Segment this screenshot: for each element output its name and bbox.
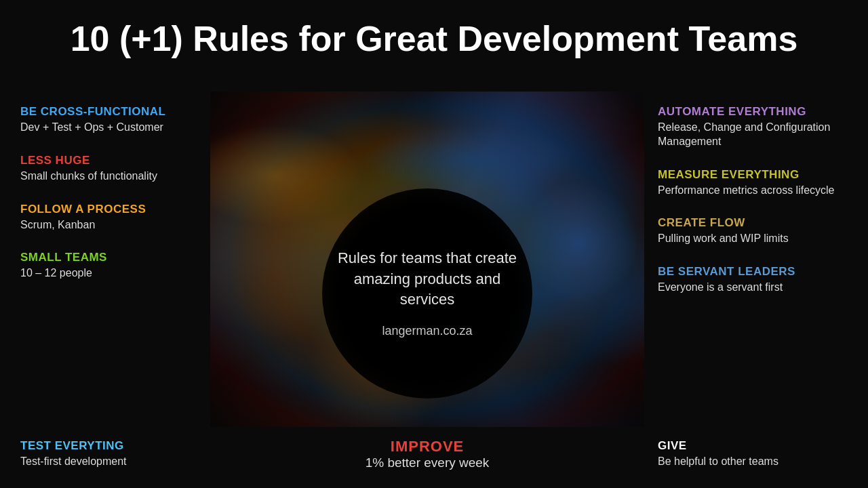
rule-servant-leaders: BE SERVANT LEADERS Everyone is a servant… (658, 265, 854, 295)
rule-give: GIVE Be helpful to other teams (637, 439, 868, 469)
center-circle: Rules for teams that create amazing prod… (322, 188, 532, 399)
rule-measure-title: MEASURE EVERYTHING (658, 168, 854, 182)
rule-flow-title: CREATE FLOW (658, 216, 854, 230)
rule-follow-process-desc: Scrum, Kanban (20, 218, 203, 232)
rule-follow-process: FOLLOW A PROCESS Scrum, Kanban (20, 203, 203, 232)
bottom-row: TEST EVERYTING Test-first development IM… (0, 420, 868, 488)
rule-follow-process-title: FOLLOW A PROCESS (20, 203, 203, 216)
rule-improve: IMPROVE 1% better every week (217, 438, 637, 470)
rule-test-everything: TEST EVERYTING Test-first development (0, 439, 217, 469)
rule-less-huge: LESS HUGE Small chunks of functionality (20, 154, 203, 184)
rule-give-title: GIVE (658, 439, 854, 453)
improve-title: IMPROVE (391, 438, 464, 455)
rule-measure-everything: MEASURE EVERYTHING Performance metrics a… (658, 168, 854, 198)
rule-give-desc: Be helpful to other teams (658, 455, 854, 469)
rule-small-teams-desc: 10 – 12 people (20, 266, 203, 281)
rule-automate-desc: Release, Change and Configuration Manage… (658, 121, 854, 149)
rule-test-desc: Test-first development (20, 455, 203, 469)
rule-flow-desc: Pulling work and WIP limits (658, 232, 854, 246)
rule-test-title: TEST EVERYTING (20, 439, 203, 453)
rule-servant-desc: Everyone is a servant first (658, 281, 854, 295)
rule-cross-functional: BE CROSS-FUNCTIONAL Dev + Test + Ops + C… (20, 105, 203, 135)
rule-small-teams-title: SMALL TEAMS (20, 251, 203, 264)
rule-automate-everything: AUTOMATE EVERYTHING Release, Change and … (658, 105, 854, 149)
page-title: 10 (+1) Rules for Great Development Team… (0, 0, 868, 60)
rule-measure-desc: Performance metrics across lifecycle (658, 184, 854, 198)
rule-less-huge-desc: Small chunks of functionality (20, 169, 203, 184)
rule-create-flow: CREATE FLOW Pulling work and WIP limits (658, 216, 854, 246)
improve-desc: 1% better every week (366, 455, 490, 470)
rule-servant-title: BE SERVANT LEADERS (658, 265, 854, 279)
circle-url: langerman.co.za (382, 324, 472, 338)
rule-small-teams: SMALL TEAMS 10 – 12 people (20, 251, 203, 281)
rule-automate-title: AUTOMATE EVERYTHING (658, 105, 854, 119)
rule-cross-functional-title: BE CROSS-FUNCTIONAL (20, 105, 203, 119)
circle-text: Rules for teams that create amazing prod… (336, 248, 519, 310)
rule-cross-functional-desc: Dev + Test + Ops + Customer (20, 121, 203, 135)
rule-less-huge-title: LESS HUGE (20, 154, 203, 167)
